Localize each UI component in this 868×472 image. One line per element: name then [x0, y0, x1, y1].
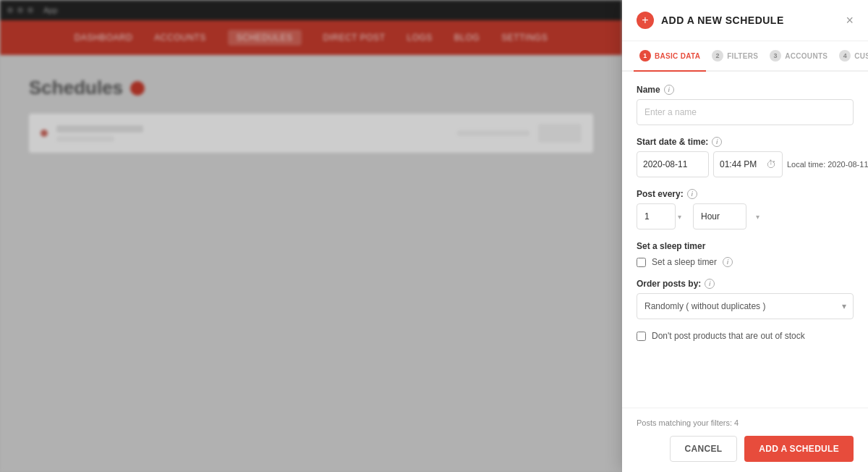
post-every-group: Post every: i 1 2 3 4 5 6 12 24 ▾: [637, 189, 854, 229]
panel-tabs: 1 BASIC DATA 2 FILTERS 3 ACCOUNTS 4 CUST…: [622, 41, 868, 72]
local-time-text: Local time: 2020-08-11 13:44: [787, 160, 868, 169]
order-posts-select[interactable]: Randomly ( without duplicates ) Latest f…: [637, 293, 854, 319]
tab-label-4: CUSTOM MESSAGES: [854, 52, 868, 60]
clock-icon: ⏱: [766, 159, 776, 170]
order-posts-select-wrap: Randomly ( without duplicates ) Latest f…: [637, 293, 854, 319]
start-datetime-group: Start date & time: i ⏱ Local time: 2020-…: [637, 137, 854, 177]
sleep-timer-checkbox-label[interactable]: Set a sleep timer: [652, 257, 717, 267]
post-every-number-wrap: 1 2 3 4 5 6 12 24 ▾: [637, 203, 687, 229]
order-posts-help-icon[interactable]: i: [705, 279, 715, 289]
tab-accounts[interactable]: 3 ACCOUNTS: [764, 41, 833, 72]
post-every-row: 1 2 3 4 5 6 12 24 ▾ Hour Day W: [637, 203, 854, 229]
post-every-number-select[interactable]: 1 2 3 4 5 6 12 24: [637, 203, 676, 229]
cancel-button[interactable]: CANCEL: [670, 436, 738, 462]
post-every-unit-select[interactable]: Hour Day Week Month: [693, 203, 746, 229]
panel: + ADD A NEW SCHEDULE × 1 BASIC DATA 2 FI…: [622, 0, 868, 472]
add-schedule-icon: +: [637, 12, 654, 29]
start-time-input[interactable]: [720, 159, 763, 169]
tab-label-1: BASIC DATA: [655, 52, 700, 60]
overlay-dim: [0, 0, 622, 472]
name-label: Name i: [637, 85, 854, 95]
panel-header: + ADD A NEW SCHEDULE ×: [622, 0, 868, 41]
tab-number-4: 4: [839, 50, 851, 62]
tab-label-3: ACCOUNTS: [785, 52, 827, 60]
add-schedule-button[interactable]: ADD A SCHEDULE: [744, 436, 854, 462]
start-date-input[interactable]: [637, 151, 709, 177]
tab-filters[interactable]: 2 FILTERS: [706, 41, 764, 72]
sleep-timer-help-icon[interactable]: i: [723, 257, 733, 267]
time-input-wrap[interactable]: ⏱: [713, 151, 783, 177]
panel-title: ADD A NEW SCHEDULE: [661, 14, 838, 26]
order-posts-group: Order posts by: i Randomly ( without dup…: [637, 279, 854, 319]
panel-body: Name i Start date & time: i ⏱ Local time…: [622, 72, 868, 408]
datetime-row: ⏱ Local time: 2020-08-11 13:44: [637, 151, 854, 177]
out-of-stock-checkbox-label[interactable]: Don't post products that are out of stoc…: [652, 331, 805, 341]
post-every-unit-wrap: Hour Day Week Month ▾: [693, 203, 765, 229]
tab-number-3: 3: [770, 50, 781, 62]
tab-custom-messages[interactable]: 4 CUSTOM MESSAGES: [833, 41, 868, 72]
tab-basic-data[interactable]: 1 BASIC DATA: [634, 41, 706, 72]
post-every-label: Post every: i: [637, 189, 854, 199]
footer-buttons: CANCEL ADD A SCHEDULE: [637, 436, 854, 462]
name-group: Name i: [637, 85, 854, 125]
panel-footer: Posts matching your filters: 4 CANCEL AD…: [622, 408, 868, 472]
out-of-stock-checkbox-row: Don't post products that are out of stoc…: [637, 331, 854, 341]
out-of-stock-checkbox[interactable]: [637, 332, 646, 341]
sleep-timer-group: Set a sleep timer Set a sleep timer i: [637, 241, 854, 267]
unit-chevron-icon: ▾: [756, 213, 760, 221]
tab-number-1: 1: [639, 50, 651, 62]
sleep-timer-checkbox[interactable]: [637, 258, 646, 267]
out-of-stock-group: Don't post products that are out of stoc…: [637, 331, 854, 341]
datetime-help-icon[interactable]: i: [712, 137, 722, 147]
start-datetime-label: Start date & time: i: [637, 137, 854, 147]
sleep-timer-checkbox-row: Set a sleep timer i: [637, 257, 854, 267]
tab-number-2: 2: [712, 50, 723, 62]
tab-label-2: FILTERS: [727, 52, 758, 60]
post-every-help-icon[interactable]: i: [687, 189, 697, 199]
name-input[interactable]: [637, 99, 854, 125]
number-chevron-icon: ▾: [678, 213, 681, 221]
sleep-timer-section-label: Set a sleep timer: [637, 241, 854, 251]
name-help-icon[interactable]: i: [664, 85, 674, 95]
close-icon[interactable]: ×: [846, 14, 854, 27]
posts-matching-text: Posts matching your filters: 4: [637, 418, 854, 427]
order-posts-label: Order posts by: i: [637, 279, 854, 289]
